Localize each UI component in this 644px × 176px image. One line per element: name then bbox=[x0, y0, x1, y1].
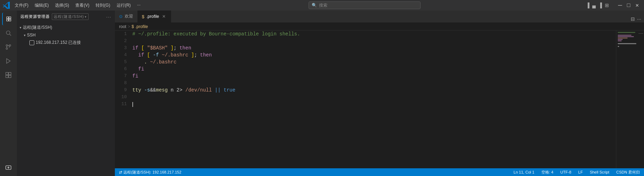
maximize-button[interactable]: □ bbox=[625, 2, 632, 8]
code-line-7: 7 fi bbox=[115, 73, 616, 80]
title-layout-icons: ▐ ▄ ▐ ⊞ bbox=[586, 2, 609, 8]
server-connect-icon[interactable]: → bbox=[103, 40, 107, 45]
vscode-logo bbox=[3, 2, 10, 9]
svg-rect-9 bbox=[9, 75, 11, 78]
code-line-5: 5 . ~/.bashrc bbox=[115, 59, 616, 66]
svg-line-1 bbox=[9, 34, 11, 35]
status-language[interactable]: Shell Script bbox=[588, 170, 611, 174]
layout-split-icon[interactable]: ⊞ bbox=[605, 2, 609, 8]
tab-welcome-label: 欢迎 bbox=[125, 13, 133, 19]
sidebar-section-remote: ▾ 远程(隧道/SSH) ▾ SSH 192.168.217.152 已连接 →… bbox=[17, 23, 115, 47]
server-label: 192.168.217.152 已连接 bbox=[36, 40, 81, 46]
code-line-2: 2 bbox=[115, 38, 616, 45]
tab-welcome[interactable]: ⊙ 欢迎 bbox=[115, 11, 138, 22]
sidebar-toggle-icon[interactable]: ▐ bbox=[586, 2, 589, 8]
more-tabs-button[interactable]: ··· bbox=[637, 16, 641, 22]
breadcrumb-root[interactable]: root bbox=[119, 24, 126, 29]
tab-bar: ⊙ 欢迎 $ .profile ✕ ⊟ ··· bbox=[115, 11, 644, 23]
status-eol[interactable]: LF bbox=[577, 170, 584, 174]
code-line-4: 4 if [ -f ~/.bashrc ]; then bbox=[115, 52, 616, 59]
sidebar-title: 远程资源管理器 bbox=[20, 14, 50, 19]
activity-explorer[interactable] bbox=[2, 13, 15, 25]
minimap-line-4 bbox=[618, 36, 634, 37]
split-editor-icon[interactable]: ⊟ bbox=[630, 15, 636, 22]
text-cursor bbox=[132, 102, 133, 107]
status-spaces[interactable]: 空格: 4 bbox=[540, 170, 555, 175]
titlebar-search-area: 🔍 搜索 bbox=[143, 1, 586, 9]
server-new-folder-icon[interactable]: ⊕ bbox=[109, 40, 112, 45]
code-editor[interactable]: 1 # ~/.profile: executed by Bourne-compa… bbox=[115, 31, 644, 168]
minimap-line-3 bbox=[618, 35, 631, 36]
panel-right-icon[interactable]: ▐ bbox=[598, 2, 602, 8]
sidebar-section-label: 远程(隧道/SSH) bbox=[23, 25, 52, 31]
menu-select[interactable]: 选择(S) bbox=[52, 2, 72, 9]
panel-bottom-icon[interactable]: ▄ bbox=[592, 2, 596, 8]
editor-area: ⊙ 欢迎 $ .profile ✕ ⊟ ··· root > $ .profil… bbox=[115, 11, 644, 176]
titlebar-menu: 文件(F) 编辑(E) 选择(S) 查看(V) 转到(G) 运行(R) ··· bbox=[12, 2, 143, 9]
breadcrumb: root > $ .profile bbox=[115, 23, 644, 31]
menu-view[interactable]: 查看(V) bbox=[72, 2, 92, 9]
minimap-line-5 bbox=[618, 38, 628, 39]
status-encoding[interactable]: UTF-8 bbox=[559, 170, 573, 174]
titlebar: 文件(F) 编辑(E) 选择(S) 查看(V) 转到(G) 运行(R) ··· … bbox=[0, 0, 644, 11]
sidebar-server-item[interactable]: 192.168.217.152 已连接 → ⊕ bbox=[17, 39, 115, 47]
status-left: ⇄ 远程(隧道/SSH): 192.168.217.152 bbox=[118, 170, 183, 175]
search-placeholder: 搜索 bbox=[319, 2, 327, 8]
code-content[interactable]: 1 # ~/.profile: executed by Bourne-compa… bbox=[115, 31, 616, 168]
svg-rect-8 bbox=[6, 75, 8, 78]
chevron-down-icon: ▾ bbox=[20, 26, 21, 29]
window-controls: ─ □ ✕ bbox=[616, 2, 641, 8]
svg-rect-7 bbox=[9, 73, 11, 75]
close-button[interactable]: ✕ bbox=[633, 3, 641, 8]
minimap-line-1 bbox=[618, 32, 635, 33]
activity-bar bbox=[0, 11, 17, 176]
menu-more[interactable]: ··· bbox=[134, 2, 143, 9]
watermark-minimap: ~~~ bbox=[638, 32, 643, 167]
tab-actions: ⊟ ··· bbox=[627, 15, 644, 22]
file-icon-tab: $ bbox=[142, 14, 144, 19]
activity-search[interactable] bbox=[2, 27, 15, 39]
breadcrumb-separator: > bbox=[128, 24, 130, 29]
breadcrumb-file-name[interactable]: .profile bbox=[135, 24, 148, 29]
menu-goto[interactable]: 转到(G) bbox=[93, 2, 113, 9]
sidebar-ssh-label: SSH bbox=[27, 33, 36, 38]
tab-file-label: .profile bbox=[146, 14, 159, 19]
minimap: ~~~ bbox=[616, 31, 644, 168]
status-watermark: CSDN 君何归 bbox=[615, 170, 641, 175]
sidebar-header: 远程资源管理器 远程(隧道/SSH) ▾ ··· bbox=[17, 11, 115, 23]
code-line-11: 11 bbox=[115, 101, 616, 108]
activity-run[interactable] bbox=[2, 55, 15, 67]
sidebar-dropdown[interactable]: 远程(隧道/SSH) ▾ bbox=[52, 13, 89, 20]
status-line-col[interactable]: Ln 11, Col 1 bbox=[512, 170, 536, 174]
svg-point-3 bbox=[6, 45, 8, 46]
svg-point-4 bbox=[9, 45, 11, 46]
code-line-1: 1 # ~/.profile: executed by Bourne-compa… bbox=[115, 31, 616, 38]
tab-close-button[interactable]: ✕ bbox=[161, 14, 167, 19]
breadcrumb-file-icon: $ bbox=[132, 24, 134, 29]
tab-profile[interactable]: $ .profile ✕ bbox=[138, 11, 171, 22]
status-remote[interactable]: ⇄ 远程(隧道/SSH): 192.168.217.152 bbox=[118, 170, 183, 175]
chevron-down-icon: ▾ bbox=[85, 15, 87, 19]
minimap-line-6 bbox=[618, 39, 623, 40]
code-line-8: 8 bbox=[115, 80, 616, 87]
search-box[interactable]: 🔍 搜索 bbox=[309, 1, 421, 9]
minimize-button[interactable]: ─ bbox=[616, 2, 624, 8]
code-line-6: 6 fi bbox=[115, 66, 616, 73]
svg-point-2 bbox=[6, 48, 8, 49]
svg-marker-5 bbox=[7, 59, 11, 63]
svg-point-0 bbox=[6, 31, 10, 35]
menu-run[interactable]: 运行(R) bbox=[114, 2, 134, 9]
sidebar-ssh-header[interactable]: ▾ SSH bbox=[17, 32, 115, 39]
vscode-icon-tab: ⊙ bbox=[119, 14, 123, 19]
status-right: Ln 11, Col 1 空格: 4 UTF-8 LF Shell Script… bbox=[512, 170, 641, 175]
menu-file[interactable]: 文件(F) bbox=[12, 2, 31, 9]
activity-git[interactable] bbox=[2, 41, 15, 53]
sidebar: 远程资源管理器 远程(隧道/SSH) ▾ ··· ▾ 远程(隧道/SSH) ▾ … bbox=[17, 11, 115, 176]
activity-extensions[interactable] bbox=[2, 69, 15, 81]
sidebar-section-header-remote[interactable]: ▾ 远程(隧道/SSH) bbox=[17, 23, 115, 32]
sidebar-more-button[interactable]: ··· bbox=[106, 14, 111, 20]
minimap-line-11 bbox=[618, 46, 619, 47]
activity-remote[interactable] bbox=[2, 161, 15, 174]
code-line-10: 10 bbox=[115, 94, 616, 101]
menu-edit[interactable]: 编辑(E) bbox=[32, 2, 51, 9]
